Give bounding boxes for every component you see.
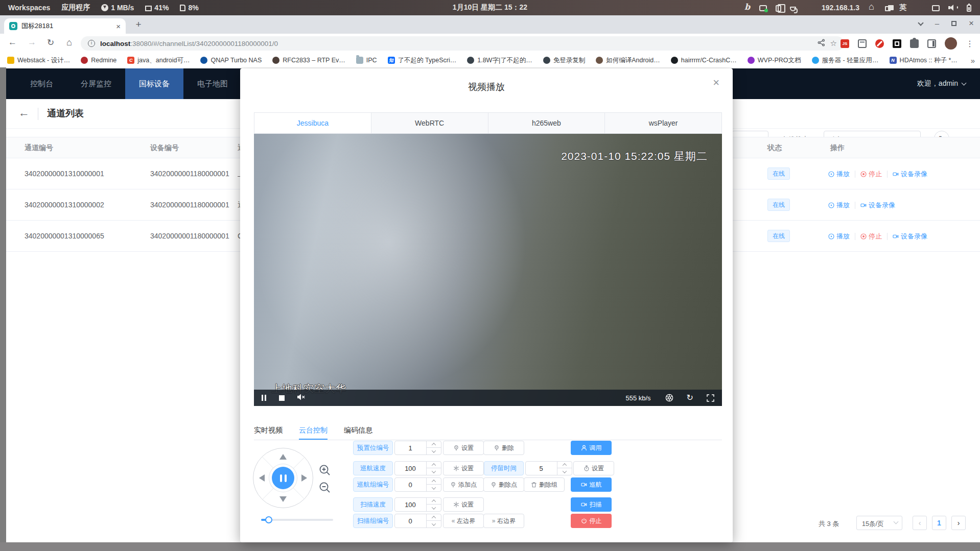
extension-js-icon[interactable]: JS — [841, 39, 849, 48]
spinner-down-icon[interactable] — [557, 468, 572, 475]
input-method-indicator[interactable]: 英 — [899, 3, 906, 12]
ptz-button-设置[interactable]: 设置 — [573, 461, 614, 475]
ptz-action-调用[interactable]: 调用 — [571, 441, 612, 455]
number-spinner[interactable] — [426, 498, 441, 511]
extension-screenshot-icon[interactable] — [893, 39, 901, 48]
next-page-button[interactable]: › — [951, 516, 966, 530]
number-spinner[interactable] — [426, 478, 441, 491]
side-panel-icon[interactable] — [927, 39, 936, 48]
spinner-down-icon[interactable] — [427, 468, 441, 475]
screen-icon[interactable] — [932, 5, 940, 11]
phone-link-icon[interactable] — [915, 4, 923, 12]
number-spinner[interactable] — [426, 441, 441, 454]
ptz-action-停止[interactable]: 停止 — [571, 514, 612, 528]
page-size-select[interactable]: 15条/页 — [856, 516, 902, 530]
current-page-button[interactable]: 1 — [932, 516, 946, 530]
ptz-up-icon[interactable] — [279, 454, 287, 460]
volume-icon[interactable] — [948, 4, 956, 12]
spinner-up-icon[interactable] — [427, 478, 441, 485]
battery-icon[interactable] — [967, 5, 971, 12]
ptz-action-巡航[interactable]: 巡航 — [571, 477, 612, 492]
forward-icon[interactable]: → — [28, 37, 36, 47]
ptz-button-右边界[interactable]: »右边界 — [483, 514, 524, 528]
ptz-button-设置[interactable]: 设置 — [443, 441, 484, 455]
bookmark-item[interactable]: 免登录复制 — [543, 56, 586, 65]
prev-page-button[interactable]: ‹ — [913, 516, 927, 530]
ptz-number-input[interactable]: 100 — [394, 497, 441, 512]
play-button[interactable]: 播放 — [828, 170, 850, 179]
ptz-number-input[interactable]: 100 — [394, 461, 441, 475]
window-maximize-icon[interactable] — [951, 21, 956, 26]
bookmark-item[interactable]: IPC — [356, 57, 377, 64]
back-button[interactable]: ← — [18, 106, 30, 119]
spinner-down-icon[interactable] — [427, 485, 441, 491]
bookmark-star-icon[interactable]: ☆ — [830, 39, 837, 48]
ptz-number-input[interactable]: 0 — [394, 477, 441, 492]
spinner-down-icon[interactable] — [427, 521, 441, 528]
ptz-right-icon[interactable] — [301, 474, 307, 482]
ptz-button-删除点[interactable]: 删除点 — [483, 477, 524, 492]
player-tab-h265web[interactable]: h265web — [488, 112, 605, 134]
ptz-button-删除组[interactable]: 删除组 — [524, 477, 565, 492]
volume-muted-icon[interactable] — [297, 393, 306, 402]
b-icon[interactable] — [742, 4, 751, 12]
spinner-down-icon[interactable] — [427, 448, 441, 454]
ptz-button-设置[interactable]: 设置 — [443, 461, 484, 475]
bookmark-item[interactable]: Redmine — [81, 57, 116, 64]
stop-button[interactable]: 停止 — [860, 170, 882, 179]
bookmarks-overflow-icon[interactable]: » — [971, 56, 975, 65]
bookmark-item[interactable]: hairrrrr/C-CrashC… — [671, 57, 737, 64]
number-spinner[interactable] — [426, 514, 441, 528]
share-icon[interactable] — [818, 39, 825, 48]
address-bar[interactable]: i localhost:38080/#/channelList/34020000… — [81, 36, 844, 51]
bookmark-item[interactable]: Webstack - 设计… — [7, 56, 70, 65]
ptz-pause-button[interactable] — [272, 467, 294, 489]
device-record-button[interactable]: 设备录像 — [893, 232, 927, 241]
bookmark-item[interactable]: 知了不起的 TypeScri… — [388, 56, 457, 65]
nav-tab-分屏监控[interactable]: 分屏监控 — [67, 68, 125, 99]
pause-icon[interactable] — [262, 395, 266, 401]
player-tab-Jessibuca[interactable]: Jessibuca — [254, 112, 371, 134]
ptz-button-删除[interactable]: 删除 — [483, 441, 524, 455]
zoom-out-button[interactable] — [318, 481, 332, 494]
bookmark-item[interactable]: 1.8W字|了不起的… — [467, 56, 532, 65]
stop-button[interactable]: 停止 — [860, 232, 882, 241]
number-spinner[interactable] — [426, 462, 441, 475]
new-tab-button[interactable]: + — [133, 19, 144, 31]
tab-close-icon[interactable]: × — [116, 22, 121, 30]
refresh-icon[interactable]: ↻ — [687, 394, 693, 402]
extension-icon[interactable] — [858, 39, 867, 48]
spinner-up-icon[interactable] — [427, 462, 441, 468]
user-menu[interactable]: 欢迎，admin — [917, 79, 966, 88]
player-tab-wsPlayer[interactable]: wsPlayer — [604, 112, 722, 134]
ptz-joystick[interactable] — [253, 448, 313, 508]
video-player[interactable]: 2023-01-10 15:22:05 星期二 上地科实室大华 555 kb/s… — [254, 134, 722, 406]
ptz-button-设置[interactable]: 设置 — [443, 497, 484, 512]
browser-tab[interactable]: 国标28181 × — [4, 18, 126, 34]
ptz-button-左边界[interactable]: «左边界 — [443, 514, 484, 528]
site-info-icon[interactable]: i — [88, 40, 95, 47]
window-minimize-icon[interactable]: – — [935, 21, 939, 26]
bookmark-item[interactable]: QNAP Turbo NAS — [200, 57, 262, 64]
ptz-button-添加点[interactable]: 添加点 — [443, 477, 484, 492]
screen-share-icon[interactable] — [759, 5, 767, 11]
ptz-action-扫描[interactable]: 扫描 — [571, 497, 612, 512]
ptz-number-input[interactable]: 1 — [394, 441, 441, 455]
ptz-speed-slider[interactable] — [261, 519, 333, 521]
tab-编码信息[interactable]: 编码信息 — [344, 421, 372, 440]
home-icon[interactable]: ⌂ — [66, 37, 72, 48]
tab-search-icon[interactable] — [918, 20, 923, 26]
ptz-number-input[interactable]: 0 — [394, 514, 441, 528]
player-tab-WebRTC[interactable]: WebRTC — [371, 112, 488, 134]
device-record-button[interactable]: 设备录像 — [860, 201, 895, 210]
ptz-down-icon[interactable] — [279, 496, 287, 502]
device-record-button[interactable]: 设备录像 — [893, 170, 927, 179]
bookmark-item[interactable]: Cjava、android可… — [127, 56, 190, 65]
window-close-icon[interactable]: × — [969, 20, 974, 27]
clipboard-icon[interactable] — [776, 5, 781, 12]
spinner-up-icon[interactable] — [427, 514, 441, 521]
bookmark-item[interactable]: WVP-PRO文档 — [748, 56, 801, 65]
bookmark-item[interactable]: 服务器 - 轻量应用… — [812, 56, 879, 65]
bookmark-item[interactable]: NHDAtmos :: 种子 *… — [890, 56, 958, 65]
windows-icon[interactable] — [885, 6, 891, 11]
